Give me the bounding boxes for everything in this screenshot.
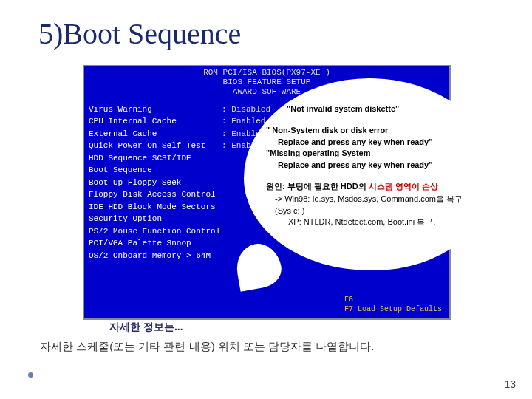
fix-line: XP: NTLDR, Ntdetect.com, Boot.ini 복구. (288, 216, 477, 228)
cause-prefix: 원인: 부팅에 필요한 HDD의 (266, 182, 369, 191)
bios-footer-line: F7 Load Setup Defaults (344, 304, 442, 314)
bios-label: Floppy Disk Access Control (89, 188, 222, 201)
bios-item: OS/2 Onboard Memory > 64M (89, 250, 325, 262)
bios-header-line: AWARD SOFTWARE (233, 87, 301, 96)
more-info-text: 자세한 정보는... (109, 321, 183, 334)
cause-highlight: 시스템 영역이 손상 (369, 182, 438, 191)
bios-value: : Enabled (222, 115, 265, 128)
bios-label: OS/2 Onboard Memory > 64M (89, 250, 222, 262)
bios-label: CPU Internal Cache (89, 115, 222, 128)
callout-bubble: "Not invalid system diskette" " Non-Syst… (244, 78, 495, 270)
bios-footer-line: F6 (344, 295, 442, 304)
bios-label: Security Option (89, 213, 222, 225)
bios-label: IDE HDD Block Mode Sectors (89, 201, 222, 214)
error-line: " Non-System disk or disk error (266, 126, 388, 134)
bios-label: External Cache (89, 128, 222, 140)
fix-line: -> Win98: Io.sys, Msdos.sys, Command.com… (275, 194, 477, 216)
bios-footer: F6 F7 Load Setup Defaults (344, 295, 442, 314)
bios-label: Boot Up Floppy Seek (89, 177, 222, 189)
bios-header-line: ROM PCI/ISA BIOS(PX97-XE ) (203, 68, 330, 77)
bios-header-line: BIOS FEATURE SETUP (223, 78, 311, 86)
bios-label: Virus Warning (89, 103, 222, 116)
decorative-bullet-line (28, 372, 72, 378)
page-number: 13 (504, 378, 516, 390)
footer-description: 자세한 스케줄(또는 기타 관련 내용) 위치 또는 담당자를 나열합니다. (40, 340, 375, 354)
bios-label: Boot Sequence (89, 164, 222, 177)
fix-text: -> Win98: Io.sys, Msdos.sys, Command.com… (275, 194, 477, 228)
error-line: Replace and press any key when ready" (278, 137, 477, 148)
error-line: Replace and press any key when ready" (278, 160, 477, 171)
error-message-1: "Not invalid system diskette" (287, 103, 477, 115)
error-message-2: " Non-System disk or disk error Replace … (266, 125, 477, 171)
bios-value: : Disabled (222, 103, 270, 116)
slide-title: 5)Boot Sequence (38, 16, 241, 51)
bios-label: Quick Power On Self Test (89, 140, 222, 152)
cause-text: 원인: 부팅에 필요한 HDD의 시스템 영역이 손상 (266, 181, 477, 192)
bios-label: HDD Sequence SCSI/IDE (89, 152, 222, 165)
error-line: "Missing operating System (266, 149, 371, 157)
bios-label: PCI/VGA Palette Snoop (89, 237, 222, 250)
bios-label: PS/2 Mouse Function Control (89, 225, 222, 238)
